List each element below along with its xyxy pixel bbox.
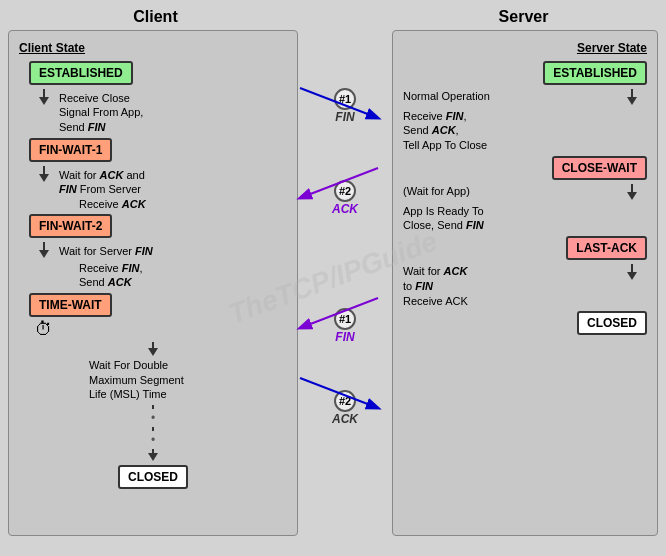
- fin1-number: #1: [334, 88, 356, 110]
- server-desc-2: Receive FIN,Send ACK,Tell App To Close: [403, 109, 647, 152]
- fin2-number: #1: [334, 308, 356, 330]
- server-panel: Server State ESTABLISHED Normal Operatio…: [392, 30, 658, 536]
- timer-icon: ⏱: [35, 319, 53, 340]
- ack2-label: ACK: [332, 412, 358, 426]
- client-established: ESTABLISHED: [29, 61, 133, 85]
- server-established: ESTABLISHED: [543, 61, 647, 85]
- client-desc-6: Wait For DoubleMaximum SegmentLife (MSL)…: [89, 358, 184, 401]
- server-desc-1: Normal Operation: [403, 89, 617, 103]
- server-last-ack: LAST-ACK: [566, 236, 647, 260]
- client-desc-4: Wait for Server FIN: [59, 242, 153, 258]
- server-desc-3: (Wait for App): [403, 184, 617, 198]
- ack1-number: #2: [334, 180, 356, 202]
- server-desc-5: Wait for ACKto FIN: [403, 264, 617, 293]
- ack1-label: ACK: [332, 202, 358, 216]
- ack2-number: #2: [334, 390, 356, 412]
- client-state-label: Client State: [19, 41, 287, 55]
- server-header: Server: [499, 8, 549, 25]
- client-fin-wait-2: FIN-WAIT-2: [29, 214, 112, 238]
- client-desc-2: Wait for ACK andFIN From Server: [59, 166, 145, 197]
- client-desc-5: Receive FIN,Send ACK: [79, 261, 143, 290]
- client-closed: CLOSED: [118, 465, 188, 489]
- fin2-label: FIN: [335, 330, 354, 344]
- middle-area: #1 FIN #2 ACK #1 FIN #2 ACK: [302, 30, 388, 536]
- client-desc-3: Receive ACK: [79, 198, 146, 210]
- client-time-wait: TIME-WAIT: [29, 293, 112, 317]
- server-state-label: Server State: [403, 41, 647, 55]
- server-close-wait: CLOSE-WAIT: [552, 156, 647, 180]
- server-closed: CLOSED: [577, 311, 647, 335]
- fin1-label: FIN: [335, 110, 354, 124]
- server-desc-4: App Is Ready ToClose, Send FIN: [403, 204, 647, 233]
- client-fin-wait-1: FIN-WAIT-1: [29, 138, 112, 162]
- server-desc-6: Receive ACK: [403, 295, 647, 307]
- client-panel: Client State ESTABLISHED Receive CloseSi…: [8, 30, 298, 536]
- client-header: Client: [133, 8, 177, 25]
- client-desc-1: Receive CloseSignal From App,Send FIN: [59, 89, 143, 134]
